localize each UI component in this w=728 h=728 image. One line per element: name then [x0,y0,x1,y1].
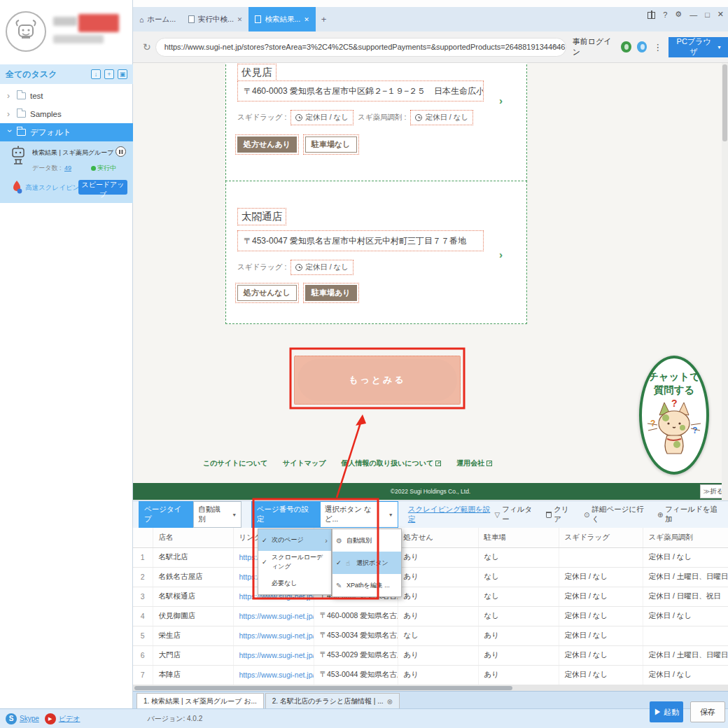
url-input[interactable]: https://www.sugi-net.jp/stores?storeArea… [155,38,566,57]
table-row[interactable]: 6大門店https://www.sugi-net.jp/stores/00019… [133,645,728,665]
menu-item-scroll-loading[interactable]: ✓ スクロールローディング [258,551,331,573]
parking-badge[interactable]: 駐車場あり [305,285,357,301]
go-detail-page-button[interactable]: ⊙ 詳細ページに行く [584,505,649,524]
support-icon[interactable] [621,41,631,52]
cat-mascot-icon: ? ? ? [646,397,702,457]
data-count-link[interactable]: 49 [64,164,71,172]
cell-parking: なし [478,587,559,606]
folder-samples[interactable]: › Samples [0,105,133,123]
store-detail-chevron-icon[interactable]: › [499,94,503,106]
task-item[interactable]: 検索結果 | スギ薬局グループ お客様サイト... データ数 : 49 実行中 … [0,141,133,203]
pause-task-button[interactable] [115,146,126,157]
set-scrape-range-link[interactable]: スクレイピング範囲を設定 [408,505,495,524]
close-tab-icon[interactable]: ✕ [237,16,243,23]
table-row[interactable]: 3名駅桜通店https://www.sugi-net.jp/stores/001… [133,587,728,606]
cell-no: 3 [133,587,153,606]
expand-panel-icon[interactable]: ▣ [118,69,127,79]
store-address[interactable]: 〒453-0047 愛知県名古屋市中村区元中村町三丁目７７番地 [237,230,484,251]
new-tab-button[interactable]: + [316,7,332,31]
svg-text:?: ? [650,419,655,428]
hours-value[interactable]: 定休日 / なし [410,110,473,125]
speed-up-button[interactable]: スピードアップ [78,180,127,195]
maximize-icon[interactable]: □ [705,10,710,19]
more-options-icon[interactable]: ⋮ [653,42,662,52]
page-number-select[interactable]: 選択ボタン など... ▼ [320,501,398,528]
submenu-item-auto-detect[interactable]: ⚙ 自動識別 [332,529,401,552]
folder-test[interactable]: › test [0,87,133,105]
cell-link[interactable]: https://www.sugi-net.jp/stores/000193 [233,645,314,665]
folder-label: デフォルト [30,127,71,138]
new-task-icon[interactable]: + [104,69,114,79]
hours-value[interactable]: 定休日 / なし [290,110,354,125]
menu-item-not-needed[interactable]: 必要なし [258,573,331,594]
scrollbar-thumb[interactable] [722,64,727,141]
table-row[interactable]: 4伏見御園店https://www.sugi-net.jp/stores/001… [133,606,728,626]
save-button[interactable]: 保存 [690,701,725,722]
store-detail-chevron-icon[interactable]: › [499,248,503,260]
table-row[interactable]: 5栄生店https://www.sugi-net.jp/stores/00115… [133,626,728,645]
cell-link[interactable]: https://www.sugi-net.jp/stores/001158 [233,626,314,645]
cell-no: 1 [133,547,153,567]
scrollbar-thumb[interactable] [134,686,512,690]
cell-link[interactable]: https://www.sugi-net.jp/stores/000787 [233,665,314,685]
prescription-badge[interactable]: 処方せんあり [237,136,297,153]
video-icon[interactable]: ▶ [45,713,56,724]
run-button[interactable]: ▶ 起動 [650,701,683,722]
add-field-button[interactable]: ⊕ フィールドを追加 [657,505,722,524]
col-parking: 駐車場 [478,528,559,547]
close-tab-icon[interactable]: ⊗ [387,698,393,706]
assistant-icon[interactable] [637,41,648,52]
clock-icon [415,114,422,121]
browser-viewport: 伏見店 〒460-0003 愛知県名古屋市中区錦２−１９−２５ 日本生命広小路ビ… [133,63,728,500]
page-scrollbar[interactable] [722,63,728,500]
table-row[interactable]: 7本陣店https://www.sugi-net.jp/stores/00078… [133,665,728,685]
refresh-icon[interactable]: ↻ [143,41,151,52]
tab-home[interactable]: ⌂ ホーム... [133,7,182,31]
tab-search-results[interactable]: 検索結果... ✕ [248,7,315,31]
folder-default[interactable]: › デフォルト [0,123,133,141]
load-more-selection: もっとみる [294,356,461,405]
settings-gear-icon[interactable]: ⚙ [675,10,682,19]
store-address[interactable]: 〒460-0003 愛知県名古屋市中区錦２−１９−２５ 日本生命広小路ビル１Ｆ [237,80,484,102]
footer-link-privacy[interactable]: 個人情報の取り扱いについて ↗ [342,458,442,468]
page-type-select[interactable]: 自動識別 ▼ [193,501,241,528]
hours-value[interactable]: 定休日 / なし [290,260,354,275]
clock-icon [295,264,302,271]
result-tab-2[interactable]: 2. 名駅北店のチラシと店舗情報 | ... ⊗ [265,693,400,709]
footer-link-company[interactable]: 運用会社 ↗ [456,458,492,468]
gift-icon[interactable] [648,12,655,19]
help-icon[interactable]: ? [663,10,667,19]
edit-url-icon[interactable]: ✎ [553,38,559,56]
load-more-button[interactable]: もっとみる [298,359,457,401]
video-link[interactable]: ビデオ [59,714,80,724]
panel-toolbar: ページタイプ 自動識別 ▼ ページ番号の設定 選択ボタン など... ▼ スクレ… [133,501,728,528]
browser-mode-button[interactable]: PCブラウザ ▼ [668,37,728,57]
cell-no: 4 [133,606,153,626]
skype-link[interactable]: Skype [20,715,39,722]
import-task-icon[interactable]: ↓ [91,69,101,79]
submenu-item-edit-xpath[interactable]: ✎ XPathを編集 ... [332,574,401,596]
cell-link[interactable]: https://www.sugi-net.jp/stores/001567 [233,606,314,626]
parking-badge[interactable]: 駐車場なし [305,136,357,153]
store-name[interactable]: 伏見店 [237,64,276,81]
chat-widget[interactable]: チャットで 質問する ? ? ? [639,356,709,475]
footer-link-sitemap[interactable]: サイトマップ [283,458,326,468]
filter-button[interactable]: ▽ フィルター [495,505,538,524]
minimize-icon[interactable]: — [690,10,697,19]
skype-icon[interactable]: S [6,713,17,724]
submenu-item-select-button[interactable]: ✓ ☝ 選択ボタン [332,552,401,574]
close-window-icon[interactable]: ✕ [718,10,724,19]
menu-item-next-page[interactable]: ✓ 次のページ › [258,529,331,551]
cell-address: 〒460-0008 愛知県名古屋市中区栄... [314,606,398,626]
table-row[interactable]: 1名駅北店https://www.s...中村区...ありなし定休日 / なし [133,547,728,567]
clear-button[interactable]: クリア [546,505,575,524]
table-row[interactable]: 2名鉄名古屋店https://www.s...中村区...ありなし定休日 / な… [133,567,728,587]
close-tab-icon[interactable]: ✕ [304,16,309,23]
chevron-down-icon: ▼ [232,512,237,517]
store-name[interactable]: 太閤通店 [237,208,286,225]
result-tab-1[interactable]: 1. 検索結果 | スギ薬局グループ お... [136,693,264,709]
prescription-badge[interactable]: 処方せんなし [237,285,297,301]
all-tasks-label: 全てのタスク [6,69,57,80]
footer-link-about[interactable]: このサイトについて [203,458,267,468]
tab-running-search[interactable]: 実行中検... ✕ [182,7,248,31]
